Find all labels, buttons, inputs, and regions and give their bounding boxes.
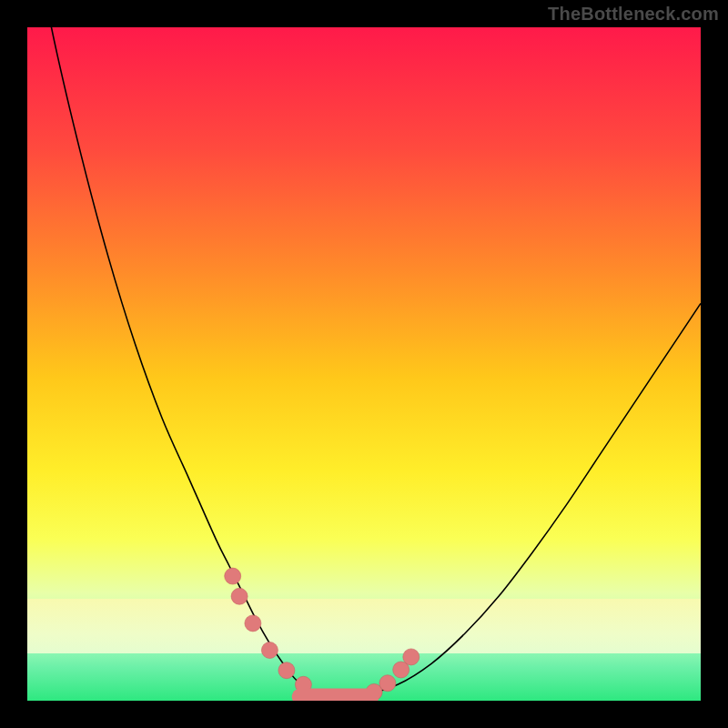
curve-marker [261, 642, 278, 659]
curve-marker [278, 662, 295, 679]
watermark-text: TheBottleneck.com [548, 4, 719, 25]
curve-marker [225, 568, 241, 584]
bottleneck-curve [27, 27, 701, 697]
curve-marker [403, 649, 420, 665]
chart-stage: TheBottleneck.com [0, 0, 728, 728]
plot-area [27, 27, 701, 701]
curve-marker [379, 675, 396, 692]
curve-marker [245, 615, 261, 632]
chart-svg [27, 27, 701, 701]
curve-marker [231, 588, 248, 604]
marker-group [225, 568, 420, 700]
